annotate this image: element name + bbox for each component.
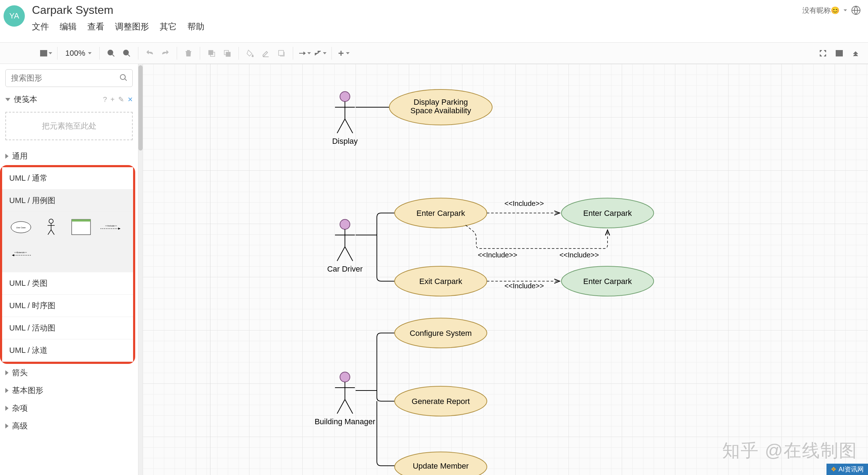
- svg-text:Display: Display: [332, 137, 358, 146]
- actor-display[interactable]: Display: [332, 92, 358, 146]
- svg-line-37: [337, 119, 345, 133]
- document-title[interactable]: Carpark System: [32, 4, 802, 17]
- delete-button[interactable]: [181, 46, 196, 60]
- menu-arrange[interactable]: 调整图形: [115, 21, 149, 32]
- usecase-generate-report[interactable]: Generate Report: [395, 386, 487, 416]
- svg-rect-28: [72, 219, 90, 235]
- cat-uml-common[interactable]: UML / 通常: [2, 167, 133, 190]
- actor-building-manager[interactable]: Building Manager: [314, 372, 375, 426]
- shadow-button[interactable]: [274, 46, 289, 60]
- svg-point-63: [340, 372, 350, 382]
- toolbar: 100%: [0, 43, 868, 64]
- diagram-svg: Display Display ParkingSpace Availabilit…: [143, 64, 868, 475]
- shape-usecase-ellipse[interactable]: Use Case: [9, 217, 32, 237]
- connection-button[interactable]: [297, 46, 312, 60]
- scratchpad-header[interactable]: 便笺本 ? + ✎ ×: [0, 91, 138, 108]
- svg-text:<<Include>>: <<Include>>: [504, 200, 544, 207]
- shape-extends-arrow[interactable]: <<Extends>>: [9, 244, 32, 263]
- menu-edit[interactable]: 编辑: [60, 21, 77, 32]
- to-back-button[interactable]: [220, 46, 234, 60]
- zoom-level[interactable]: 100%: [62, 49, 95, 58]
- scratchpad-help-icon[interactable]: ?: [103, 95, 107, 104]
- usecase-update-member[interactable]: Update Member: [395, 452, 487, 475]
- shape-actor[interactable]: [39, 217, 62, 237]
- menu-view[interactable]: 查看: [87, 21, 104, 32]
- svg-text:Update Member: Update Member: [413, 462, 469, 470]
- search-icon[interactable]: [119, 73, 128, 82]
- category-arrows[interactable]: 箭头: [0, 364, 138, 382]
- redo-button[interactable]: [158, 46, 172, 60]
- app-header: YA Carpark System 文件 编辑 查看 调整图形 其它 帮助 没有…: [0, 0, 868, 43]
- diagram-canvas[interactable]: Display Display ParkingSpace Availabilit…: [143, 64, 868, 475]
- svg-text:<<Include>>: <<Include>>: [105, 225, 117, 227]
- category-basic[interactable]: 基本图形: [0, 382, 138, 399]
- svg-text:Generate Report: Generate Report: [412, 397, 470, 406]
- svg-point-43: [340, 219, 350, 229]
- search-input[interactable]: [5, 69, 133, 87]
- scratchpad-edit-icon[interactable]: ✎: [118, 95, 124, 104]
- menu-help[interactable]: 帮助: [187, 21, 204, 32]
- fill-color-button[interactable]: [243, 46, 257, 60]
- svg-rect-15: [279, 50, 284, 55]
- usecase-exit-carpark[interactable]: Exit Carpark: [395, 266, 487, 296]
- collapse-button[interactable]: [848, 46, 863, 60]
- cat-uml-activity[interactable]: UML / 活动图: [2, 317, 133, 339]
- svg-rect-1: [40, 50, 47, 56]
- user-dropdown-icon[interactable]: [843, 8, 847, 12]
- undo-button[interactable]: [143, 46, 157, 60]
- menu-file[interactable]: 文件: [32, 21, 49, 32]
- svg-line-8: [128, 54, 130, 56]
- svg-line-47: [345, 247, 353, 261]
- waypoint-button[interactable]: [313, 46, 327, 60]
- svg-point-23: [49, 219, 53, 223]
- zoom-in-button[interactable]: [104, 46, 118, 60]
- scratchpad-dropzone[interactable]: 把元素拖至此处: [5, 112, 133, 140]
- svg-rect-13: [226, 52, 230, 56]
- globe-icon[interactable]: [851, 5, 861, 15]
- category-general[interactable]: 通用: [0, 147, 138, 165]
- sidebar-scrollbar[interactable]: [138, 64, 143, 475]
- view-toggle-button[interactable]: [39, 46, 53, 60]
- svg-line-67: [345, 399, 353, 414]
- shape-include-arrow[interactable]: <<Include>>: [100, 217, 123, 237]
- svg-rect-19: [836, 50, 842, 56]
- svg-text:<<Include>>: <<Include>>: [504, 282, 544, 290]
- cat-uml-sequence[interactable]: UML / 时序图: [2, 295, 133, 317]
- zoom-out-button[interactable]: [120, 46, 134, 60]
- svg-text:Exit Carpark: Exit Carpark: [419, 277, 462, 286]
- svg-rect-29: [72, 219, 90, 222]
- cat-uml-swimlane[interactable]: UML / 泳道: [2, 339, 133, 362]
- add-button[interactable]: [336, 46, 350, 60]
- shape-system-box[interactable]: [70, 217, 93, 237]
- svg-text:Enter Carpark: Enter Carpark: [583, 209, 632, 218]
- scratchpad-add-icon[interactable]: +: [110, 95, 115, 104]
- cat-uml-usecase[interactable]: UML / 用例图: [2, 190, 133, 212]
- corner-badge: AI资讯网: [826, 464, 868, 475]
- usecase-enter-carpark-inc2[interactable]: Enter Carpark: [561, 266, 654, 296]
- svg-text:Enter Carpark: Enter Carpark: [417, 209, 466, 218]
- category-misc[interactable]: 杂项: [0, 399, 138, 417]
- usecase-display-parking[interactable]: Display ParkingSpace Availability: [389, 89, 492, 125]
- scratchpad-close-icon[interactable]: ×: [128, 94, 133, 104]
- menu-extras[interactable]: 其它: [160, 21, 177, 32]
- usecase-enter-carpark-inc1[interactable]: Enter Carpark: [561, 198, 654, 228]
- app-logo[interactable]: YA: [4, 5, 25, 27]
- format-panel-button[interactable]: [832, 46, 846, 60]
- user-label[interactable]: 没有昵称😊: [802, 6, 840, 15]
- uml-highlight-box: UML / 通常 UML / 用例图 Use Case <<Include>> …: [0, 165, 135, 364]
- actor-car-driver[interactable]: Car Driver: [327, 219, 363, 273]
- svg-text:Car Driver: Car Driver: [327, 264, 363, 273]
- svg-text:<<Extends>>: <<Extends>>: [14, 251, 27, 253]
- sidebar-scrollbar-thumb[interactable]: [138, 65, 143, 151]
- cat-uml-class[interactable]: UML / 类图: [2, 272, 133, 295]
- to-front-button[interactable]: [204, 46, 219, 60]
- line-color-button[interactable]: [259, 46, 273, 60]
- svg-text:Building Manager: Building Manager: [314, 417, 375, 426]
- svg-text:<<Include>>: <<Include>>: [559, 251, 599, 259]
- usecase-enter-carpark[interactable]: Enter Carpark: [395, 198, 487, 228]
- fullscreen-button[interactable]: [816, 46, 830, 60]
- svg-text:Configure System: Configure System: [410, 329, 472, 338]
- category-advanced[interactable]: 高级: [0, 417, 138, 435]
- usecase-configure-system[interactable]: Configure System: [395, 318, 487, 348]
- svg-text:<<Include>>: <<Include>>: [478, 251, 517, 259]
